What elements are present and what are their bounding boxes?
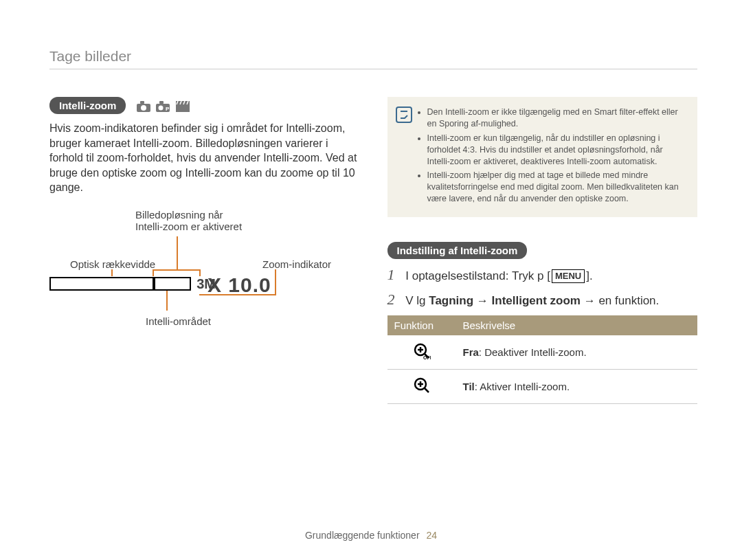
- zoom-on-icon: [387, 370, 456, 404]
- table-row: Til: Aktiver Intelli-zoom.: [387, 370, 698, 404]
- table-header-row: Funktion Beskrivelse: [387, 315, 698, 335]
- note-item: Den Intelli-zoom er ikke tilgængelig med…: [427, 107, 687, 130]
- step-2-arrow-1: →: [473, 294, 491, 307]
- svg-rect-1: [140, 101, 144, 104]
- diagram-top-label: Billedopløsning når Intelli-zoom er akti…: [135, 209, 242, 232]
- function-table: Funktion Beskrivelse OFF Fr: [387, 315, 698, 404]
- off-description: Fra: Deaktiver Intelli-zoom.: [456, 335, 698, 370]
- diagram-top-label-line2: Intelli-zoom er aktiveret: [135, 221, 242, 232]
- scene-icon: [175, 100, 190, 113]
- intelli-zoom-paragraph: Hvis zoom-indikatoren befinder sig i omr…: [49, 121, 360, 195]
- svg-text:OFF: OFF: [423, 355, 431, 360]
- left-column: Intelli-zoom P: [49, 97, 360, 404]
- camera-smart-icon: [136, 100, 151, 113]
- diagram-bottom-label: Intelli-området: [146, 315, 211, 327]
- right-column: Den Intelli-zoom er ikke tilgængelig med…: [387, 97, 698, 404]
- two-column-layout: Intelli-zoom P: [49, 97, 697, 404]
- step-1: 1 I optagelsestilstand: Tryk p [MENU].: [387, 266, 698, 284]
- intelli-zoom-heading-row: Intelli-zoom P: [49, 97, 360, 114]
- on-text: : Aktiver Intelli-zoom.: [475, 381, 570, 392]
- svg-rect-7: [176, 104, 190, 112]
- zoom-readout: X 10.0: [207, 273, 271, 297]
- zoom-diagram: Billedopløsning når Intelli-zoom er akti…: [49, 209, 360, 346]
- svg-point-5: [159, 106, 164, 111]
- intelli-zoom-pill: Intelli-zoom: [49, 97, 126, 114]
- step-2-strong-1: Tagning: [429, 294, 473, 307]
- step-2-text-end: → en funktion.: [581, 294, 659, 307]
- step-number: 2: [387, 291, 403, 309]
- svg-text:P: P: [166, 106, 170, 112]
- footer: Grundlæggende funktioner 24: [0, 530, 742, 541]
- on-label: Til: [463, 381, 475, 392]
- svg-rect-4: [159, 101, 164, 104]
- menu-key: MENU: [552, 269, 585, 283]
- camera-program-icon: P: [155, 100, 170, 113]
- off-label: Fra: [463, 346, 479, 358]
- step-1-text-b: ].: [586, 269, 592, 282]
- step-1-text-a: I optagelsestilstand: Tryk p [: [405, 269, 550, 282]
- table-row: OFF Fra: Deaktiver Intelli-zoom.: [387, 335, 698, 370]
- header-funktion: Funktion: [387, 315, 456, 335]
- note-item: Intelli-zoom er kun tilgængelig, når du …: [427, 133, 687, 168]
- svg-line-19: [425, 388, 429, 392]
- note-box: Den Intelli-zoom er ikke tilgængelig med…: [387, 97, 698, 217]
- svg-point-2: [141, 105, 146, 111]
- off-text: : Deaktiver Intelli-zoom.: [479, 346, 587, 358]
- header-beskrivelse: Beskrivelse: [456, 315, 698, 335]
- note-icon: [396, 107, 412, 123]
- page-title: Tage billeder: [49, 48, 697, 69]
- step-2: 2 V lg Tagning → Intelligent zoom → en f…: [387, 291, 698, 309]
- zoom-bar: 3M: [49, 276, 216, 292]
- footer-page-number: 24: [426, 530, 437, 541]
- diagram-left-label: Optisk rækkevidde: [70, 258, 155, 270]
- step-2-text-a: V lg: [405, 294, 429, 307]
- diagram-top-label-line1: Billedopløsning når: [135, 209, 242, 221]
- note-item: Intelli-zoom hjælper dig med at tage et …: [427, 170, 687, 205]
- on-description: Til: Aktiver Intelli-zoom.: [456, 370, 698, 404]
- step-2-strong-2: Intelligent zoom: [492, 294, 581, 307]
- note-list: Den Intelli-zoom er ikke tilgængelig med…: [416, 107, 687, 208]
- step-number: 1: [387, 266, 403, 284]
- mode-icons-row: P: [136, 100, 192, 113]
- diagram-right-label: Zoom-indikator: [262, 258, 331, 270]
- footer-label: Grundlæggende funktioner: [305, 530, 420, 541]
- zoom-off-icon: OFF: [387, 335, 456, 370]
- setting-intelli-zoom-pill: Indstilling af Intelli-zoom: [387, 242, 528, 259]
